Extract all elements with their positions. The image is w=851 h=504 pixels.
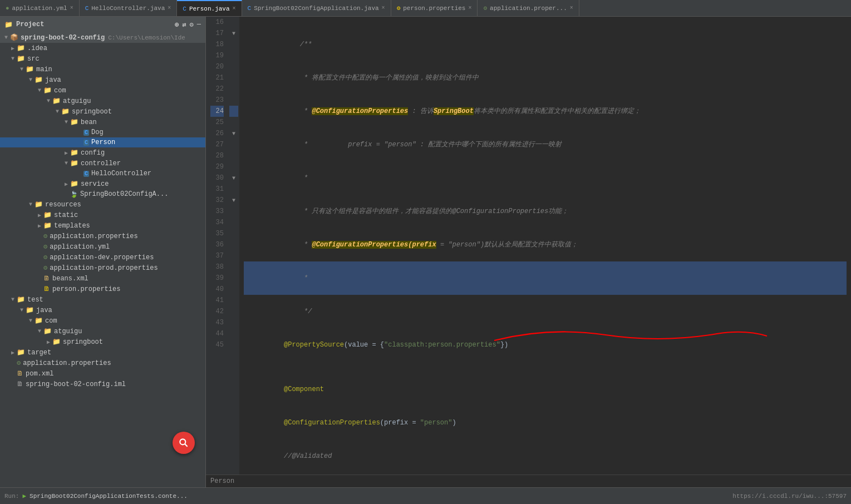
folder-icon: 📁 [35,76,43,84]
properties-file-icon: ⚙ [43,232,47,240]
tree-hello-controller[interactable]: ▶ C HelloController [0,169,205,179]
folder-icon: 📁 [17,44,25,52]
tab-springboot-app[interactable]: C SpringBoot02ConfigApplication.java × [242,0,391,16]
close-tab-btn[interactable]: × [70,5,73,11]
java-icon: C [248,5,252,12]
folder-icon: 📁 [52,338,61,346]
code-line-23: * @ConfigurationProperties(prefix = "per… [244,228,847,261]
tab-hello-controller[interactable]: C HelloController.java × [80,0,178,16]
folder-icon: 📁 [17,348,25,357]
module-icon: 📦 [10,33,18,42]
java-icon: C [183,6,186,12]
tree-idea[interactable]: ▶ 📁 .idea [0,43,205,53]
code-line-20: * prefix = "person" : 配置文件中哪个下面的所有属性进行一一… [244,128,847,161]
editor-area: 16 17 18 19 20 21 22 23 24 25 26 27 28 2… [206,17,851,487]
tree-dog[interactable]: ▶ C Dog [0,127,205,137]
yaml-icon: ● [6,5,9,12]
tree-beans-xml[interactable]: ▶ 🗎 beans.xml [0,273,205,284]
run-icon: ▶ [22,492,26,500]
tree-java[interactable]: ▼ 📁 java [0,75,205,85]
tree-app-yml[interactable]: ▶ ⚙ application.yml [0,241,205,252]
tree-person-props[interactable]: ▶ 🗎 person.properties [0,284,205,294]
java-class-icon: C [83,171,89,177]
close-tab-btn[interactable]: × [468,5,471,11]
folder-icon: 📁 [35,317,43,325]
java-class-icon: C [83,140,89,146]
tree-root[interactable]: ▼ 📦 spring-boot-02-config C:\Users\Lemos… [0,32,205,43]
gear-icon[interactable]: ⚙ [190,21,194,29]
tab-bar: ● application.yml × C HelloController.ja… [0,0,851,17]
tree-springboot-app[interactable]: ▶ 🍃 SpringBoot02ConfigA... [0,189,205,199]
close-tab-btn[interactable]: × [168,5,171,11]
folder-icon: 📁 [52,97,61,105]
java-icon: C [85,5,89,12]
run-bar: Run: ▶ SpringBoot02ConfigApplicationTest… [0,487,851,504]
tree-app-props[interactable]: ▶ ⚙ application.properties [0,231,205,241]
close-tab-btn[interactable]: × [570,5,573,11]
properties-file-icon: 🗎 [43,285,50,293]
tree-pom[interactable]: ▶ 🗎 pom.xml [0,368,205,379]
expand-arrow[interactable]: ▼ [2,34,10,41]
project-panel: 📁 Project ⊕ ⇄ ⚙ ─ ▼ 📦 spring-boot-02-con… [0,17,206,487]
code-editor[interactable]: /** * 将配置文件中配置的每一个属性的值，映射到这个组件中 * @Confi… [239,17,851,475]
code-line-27: @Component [244,373,847,406]
tree-app-dev-props[interactable]: ▶ ⚙ application-dev.properties [0,252,205,263]
code-line-18: * 将配置文件中配置的每一个属性的值，映射到这个组件中 [244,61,847,95]
svg-line-1 [185,444,188,447]
properties-icon: ⚙ [483,4,487,12]
tree-resources[interactable]: ▼ 📁 resources [0,199,205,210]
toolbar-icon-1[interactable]: ⊕ [175,21,179,29]
tree-target[interactable]: ▶ 📁 target [0,347,205,358]
tree-templates[interactable]: ▶ 📁 templates [0,220,205,231]
search-icon [178,437,189,448]
tree-test-java[interactable]: ▼ 📁 java [0,305,205,315]
fold-gutter: ▼ ▼ ▼ ▼ [228,17,239,475]
tree-com[interactable]: ▼ 📁 com [0,85,205,96]
code-line-16 [244,17,847,28]
folder-icon: 📁 [26,306,34,314]
close-tab-btn[interactable]: × [233,6,236,12]
tree-src[interactable]: ▼ 📁 src [0,53,205,64]
folder-icon: 📁 [61,107,70,116]
spring-boot-icon: 🍃 [70,191,78,198]
project-tree: ▼ 📦 spring-boot-02-config C:\Users\Lemos… [0,32,205,389]
close-tab-btn[interactable]: × [382,5,385,11]
tree-app-prod-props[interactable]: ▶ ⚙ application-prod.properties [0,263,205,273]
folder-icon: 📁 [17,55,25,63]
tree-atguigu[interactable]: ▼ 📁 atguigu [0,96,205,106]
properties-icon: ⚙ [397,4,401,12]
tab-person-properties[interactable]: ⚙ person.properties × [391,0,478,16]
tree-bean[interactable]: ▼ 📁 bean [0,117,205,127]
project-folder-icon: 📁 [4,21,13,29]
status-url: https://i.cccdl.ru/iwu...:57597 [732,493,847,500]
tree-test-com[interactable]: ▼ 📁 com [0,315,205,326]
tree-main[interactable]: ▼ 📁 main [0,64,205,75]
main-area: 📁 Project ⊕ ⇄ ⚙ ─ ▼ 📦 spring-boot-02-con… [0,17,851,487]
tree-iml[interactable]: ▶ 🗎 spring-boot-02-config.iml [0,379,205,389]
tab-application-properties[interactable]: ⚙ application.proper... × [478,0,579,16]
tree-config[interactable]: ▶ 📁 config [0,147,205,158]
tab-person-java[interactable]: C Person.java × [177,0,242,16]
folder-icon: 📁 [43,327,52,335]
code-line-25: */ [244,295,847,328]
code-content[interactable]: 16 17 18 19 20 21 22 23 24 25 26 27 28 2… [206,17,851,475]
tree-controller[interactable]: ▼ 📁 controller [0,158,205,169]
svg-point-0 [180,439,185,444]
yaml-file-icon: ⚙ [43,243,47,251]
code-line-24: * [244,261,847,295]
tab-application-yml[interactable]: ● application.yml × [0,0,80,16]
tree-root-app-props[interactable]: ▶ ⚙ application.properties [0,358,205,368]
tree-service[interactable]: ▶ 📁 service [0,179,205,189]
tree-springboot[interactable]: ▼ 📁 springboot [0,106,205,117]
tree-test-springboot[interactable]: ▶ 📁 springboot [0,337,205,347]
tree-test-atguigu[interactable]: ▼ 📁 atguigu [0,326,205,337]
tree-test[interactable]: ▼ 📁 test [0,294,205,305]
folder-icon: 📁 [43,211,52,219]
search-button[interactable] [173,432,195,454]
code-line-17: /** [244,28,847,61]
tree-person[interactable]: ▶ C Person [0,137,205,147]
tree-static[interactable]: ▶ 📁 static [0,210,205,220]
toolbar-icon-2[interactable]: ⇄ [182,21,186,29]
minimize-icon[interactable]: ─ [197,21,201,29]
properties-file-icon: ⚙ [43,253,47,261]
